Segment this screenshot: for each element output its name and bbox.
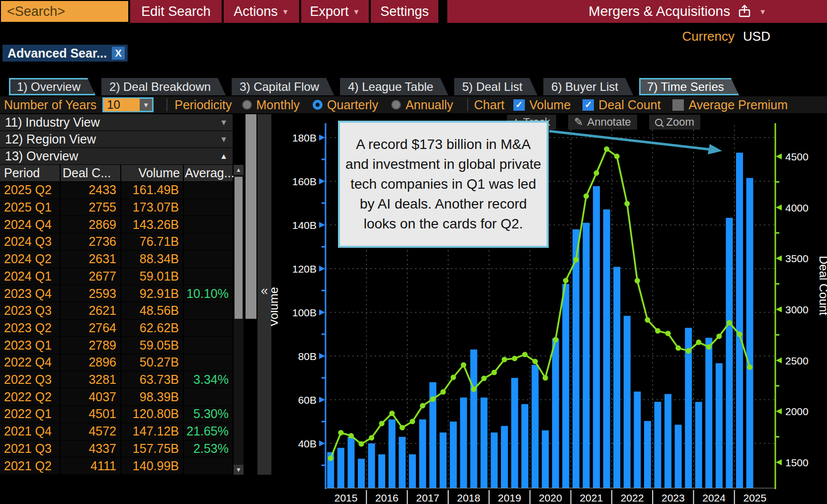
deal-count-point[interactable] [573,257,579,263]
checkbox-deal-count[interactable]: ✓Deal Count [582,98,661,112]
deal-count-point[interactable] [410,419,415,424]
volume-bar[interactable] [440,432,447,488]
volume-bar[interactable] [736,152,743,488]
volume-bar[interactable] [347,437,354,488]
sidebar-item-overview[interactable]: 13) Overview ▲ [0,148,233,164]
deal-count-point[interactable] [358,441,364,447]
checkbox-average-premium[interactable]: Average Premium [672,98,788,112]
table-row[interactable]: 2024 Q2263188.34B [0,251,233,268]
table-row[interactable]: 2022 Q3328163.73B3.34% [0,371,233,389]
deal-count-point[interactable] [430,396,435,402]
settings-button[interactable]: Settings [371,0,438,23]
volume-bar[interactable] [562,284,569,488]
currency-value[interactable]: USD [743,29,770,44]
volume-bar[interactable] [378,454,385,488]
deal-count-point[interactable] [624,201,630,207]
table-row[interactable]: 2025 Q12755173.07B [0,199,233,216]
volume-bar[interactable] [613,267,620,488]
table-row[interactable]: 2022 Q4289650.27B [0,354,233,371]
volume-bar[interactable] [726,218,733,488]
deal-count-point[interactable] [389,411,395,416]
deal-count-point[interactable] [645,317,650,323]
deal-count-point[interactable] [440,389,446,395]
column-header-period[interactable]: Period [0,166,60,180]
table-row[interactable]: 2023 Q1278959.05B [0,337,233,354]
chart-annotation[interactable]: A record $173 billion in M&A and investm… [338,121,549,248]
volume-bar[interactable] [532,365,539,488]
deal-count-point[interactable] [553,337,558,342]
deal-count-point[interactable] [501,357,507,362]
deal-count-point[interactable] [532,359,538,364]
deal-count-point[interactable] [614,153,620,159]
volume-bar[interactable] [573,229,579,488]
actions-button[interactable]: Actions ▼ [224,0,299,23]
radio-monthly[interactable]: Monthly [242,98,300,112]
deal-count-point[interactable] [338,430,343,435]
deal-count-point[interactable] [379,421,385,426]
tab-buyer-list[interactable]: 6) Buyer List [543,78,633,95]
table-row[interactable]: 2023 Q4259392.91B10.10% [0,285,233,302]
deal-count-point[interactable] [696,340,701,345]
deal-count-point[interactable] [675,345,681,351]
deal-count-point[interactable] [635,278,640,284]
deal-count-point[interactable] [665,331,671,336]
deal-count-point[interactable] [348,433,354,438]
tab-overview[interactable]: 1) Overview [9,78,95,95]
volume-bar[interactable] [644,421,651,488]
deal-count-point[interactable] [522,352,528,357]
panel-scrollbar-thumb[interactable] [246,114,256,319]
chevron-down-icon[interactable]: ▼ [759,7,766,16]
deal-count-point[interactable] [655,328,661,334]
checkbox-volume[interactable]: ✓Volume [513,98,571,112]
table-row[interactable]: 2021 Q24111140.99B [0,457,233,475]
volume-bar[interactable] [368,443,375,488]
edit-search-button[interactable]: Edit Search [130,0,222,23]
zoom-button[interactable]: Zoom [649,115,700,130]
number-of-years-input[interactable] [104,98,140,111]
deal-count-point[interactable] [481,376,487,381]
volume-bar[interactable] [470,350,477,488]
volume-bar[interactable] [624,316,631,488]
volume-bar[interactable] [675,425,682,488]
deal-count-point[interactable] [737,332,743,337]
volume-bar[interactable] [746,178,753,488]
close-icon[interactable]: X [112,47,125,60]
volume-bar[interactable] [511,378,518,488]
radio-quarterly[interactable]: Quarterly [313,98,378,112]
deal-count-point[interactable] [727,320,732,325]
table-row[interactable]: 2023 Q3262148.56B [0,302,233,320]
deal-count-point[interactable] [563,278,569,283]
column-header-volume[interactable]: Volume [120,166,183,180]
volume-bar[interactable] [491,432,497,488]
volume-bar[interactable] [593,186,600,488]
deal-count-point[interactable] [543,375,548,380]
scroll-down-icon[interactable]: ▼ [234,465,244,475]
deal-count-point[interactable] [747,364,752,370]
deal-count-point[interactable] [512,356,517,361]
table-row[interactable]: 2021 Q34337157.75B2.53% [0,440,233,458]
table-row[interactable]: 2024 Q3273676.71B [0,233,233,251]
volume-bar[interactable] [664,394,671,488]
volume-bar[interactable] [654,402,661,488]
volume-bar[interactable] [481,398,488,488]
deal-count-point[interactable] [471,386,477,392]
radio-annually[interactable]: Annually [391,98,453,112]
deal-count-point[interactable] [583,193,589,199]
table-row[interactable]: 2024 Q42869143.26B [0,216,233,233]
volume-bar[interactable] [634,392,641,488]
volume-bar[interactable] [460,398,467,488]
chevron-down-icon[interactable]: ▼ [140,99,152,111]
deal-count-point[interactable] [594,170,599,176]
sidebar-item-industry-view[interactable]: 11) Industry View ▼ [0,114,233,131]
volume-bar[interactable] [337,448,344,488]
table-row[interactable]: 2022 Q2403798.39B [0,388,233,406]
sidebar-item-region-view[interactable]: 12) Region View ▼ [0,131,233,147]
table-row[interactable]: 2024 Q1267759.01B [0,268,233,286]
tab-capital-flow[interactable]: 3) Capital Flow [232,78,334,95]
volume-bar[interactable] [582,223,589,488]
table-row[interactable]: 2023 Q2276462.62B [0,320,233,337]
deal-count-point[interactable] [451,374,456,380]
volume-bar[interactable] [603,210,610,488]
deal-count-point[interactable] [716,334,722,339]
document-tab[interactable]: Advanced Sear... X [2,45,128,62]
